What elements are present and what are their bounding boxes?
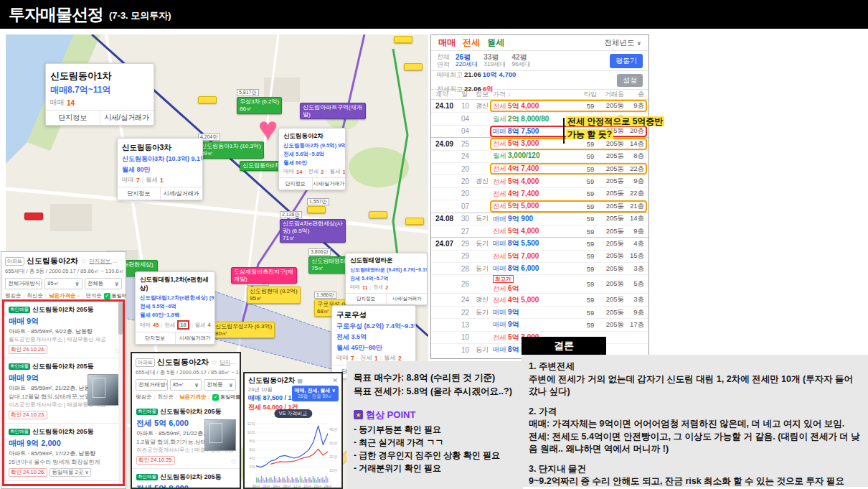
complex-info-card[interactable]: 신도림태영타운신도림태영타운 (9.4억) 8.7억~9.1억전세 5.4억~5…	[345, 253, 428, 305]
verified-badge: 확인매물	[136, 474, 158, 480]
vs-compare-button[interactable]: VS 가격비교	[274, 409, 312, 418]
favorite-star-icon[interactable]: ☆	[230, 457, 237, 465]
map-marker[interactable]	[369, 211, 387, 218]
complex-info-card[interactable]: 신도림대림1,2차(e편한세상)신도림대림1,2차(e편한세상) (9.4억)전…	[135, 271, 215, 345]
price-history-button[interactable]: 시세/실거래가	[175, 332, 215, 344]
complex-info-card[interactable]: 신도림동아2차신도림동아2차 (9.5억) 9억~10.2억전세 5.6억~5.…	[278, 128, 346, 190]
filter-area[interactable]: 85㎡∨	[170, 379, 202, 391]
duplicate-listings-chip[interactable]: 동일매물 2곳 ∨	[49, 468, 90, 477]
map-marker-label[interactable]	[394, 36, 412, 43]
scrollbar[interactable]	[118, 302, 123, 484]
filter-dong[interactable]: 전체동∨	[85, 278, 122, 289]
map-marker[interactable]: 4,204만신도림동아1차 (10.3억) 89㎡	[198, 134, 264, 159]
complex-counts: 매매45|전세10|월세4	[136, 320, 214, 330]
sort-price-header[interactable]: 가격 ↓	[493, 90, 582, 99]
filter-area[interactable]: 85㎡∨	[44, 278, 82, 289]
contract-info: 등기	[476, 264, 493, 274]
complex-info-link[interactable]: 단지정보 더보기 >	[220, 359, 236, 366]
complex-meta: 655세대 / 총 5동 / 2000.05.17 / 85.86㎡ ~ 139…	[1, 268, 126, 278]
map-marker-label[interactable]: 신도림현대 (9.2억) 95㎡	[247, 287, 301, 303]
complex-info-button[interactable]: 단지정보	[136, 332, 175, 344]
listing-item[interactable]: 확인매물신도림동아2차 205동매매 9억 2,000아파트 · 85/59m²…	[4, 424, 123, 481]
bundle-toggle[interactable]: ✓동일매물 묶기	[212, 393, 241, 401]
compare-button[interactable]: 평동기	[610, 54, 643, 68]
sort-newest[interactable]: 최신순	[157, 393, 174, 401]
complex-info-card[interactable]: 신도림동아1차매매8.7억~11억매매14단지정보시세/실거래가	[45, 63, 154, 126]
count-label: 매매	[350, 284, 360, 291]
complex-info-button[interactable]: 단지정보	[279, 178, 312, 190]
grid-icon[interactable]: ▦	[298, 378, 303, 384]
map-marker[interactable]: 도심재정비촉진지구(재개발)	[231, 267, 297, 284]
listing-item[interactable]: 확인매물신도림동아2차 205동전세 5억 8,000아파트 · 85/59m²…	[132, 469, 240, 489]
complex-info-button[interactable]: 단지정보	[46, 111, 100, 125]
chevron-down-icon: ∨	[194, 382, 199, 388]
map-marker-label[interactable]: 신도림우성2차 (6.3억) 80㎡	[212, 322, 275, 338]
complex-info-button[interactable]: 단지정보	[346, 294, 386, 304]
svg-text:2억: 2억	[249, 465, 255, 469]
count-label: 매매	[50, 98, 65, 108]
map-marker-label[interactable]	[307, 206, 326, 213]
count-label: 전세	[308, 168, 319, 175]
verified-badge: 확인매물	[136, 409, 158, 415]
map-marker[interactable]	[405, 218, 424, 225]
map-marker-label[interactable]	[198, 96, 217, 103]
unit-type: 59	[582, 140, 598, 148]
sort-low-price[interactable]: 낮은가격순 ↓	[49, 292, 80, 299]
bundle-toggle[interactable]: ✓동일매물 묶기	[104, 292, 126, 299]
map-marker-label[interactable]: 신도림4차e편한세상(사랑) (6.5억) 71㎡	[280, 219, 346, 243]
map-marker[interactable]: 1,557만	[307, 198, 329, 213]
sort-area[interactable]: 면적순	[85, 292, 102, 299]
price-history-button[interactable]: 시세/실거래가	[386, 294, 427, 304]
map-marker[interactable]: 신도림아파트구역(재개발)	[300, 103, 366, 119]
favorite-star-icon[interactable]: ☆	[80, 257, 87, 265]
tab-wolse[interactable]: 월세	[487, 37, 504, 49]
listing-item[interactable]: 확인매물신도림동아2차 205동매매 9억아파트 · 85/59m², 9/22…	[4, 302, 123, 358]
price-history-button[interactable]: 시세/실거래가	[160, 187, 203, 200]
sort-low-price[interactable]: 낮은가격순 ↓	[179, 393, 210, 401]
complex-info-link[interactable]: 단지정보 더보기 >	[89, 258, 122, 265]
map-marker[interactable]: 2,128만신도림4차e편한세상(사랑) (6.5억) 71㎡	[280, 211, 346, 243]
map-marker[interactable]: 신도림우성2차 (6.3억) 80㎡	[212, 322, 275, 338]
filter-dong[interactable]: 전체동∨	[204, 379, 236, 391]
series-selector[interactable]: 매매, 전세, 월세 ∨ 26평 · 전용 59㎡	[292, 386, 339, 401]
verified-badge: 확인매물	[9, 363, 30, 370]
listing-footer: 확인 24.10.26.동일매물 2곳 ∨	[9, 468, 113, 477]
max-price-badge: 최고가	[493, 275, 514, 283]
filter-trade-type[interactable]: 전체거래방식∨	[136, 379, 168, 391]
map-marker-label[interactable]	[404, 63, 423, 70]
map-marker-label[interactable]	[24, 213, 43, 220]
tab-jeonse[interactable]: 전세	[463, 37, 480, 49]
map-marker[interactable]	[24, 213, 43, 220]
map-marker-label[interactable]: 신도림동아1차 (10.3억) 89㎡	[198, 141, 264, 158]
map-marker-label[interactable]: 신도림아파트구역(재개발)	[300, 103, 366, 119]
chevron-down-icon: ∨	[40, 281, 42, 287]
unit-type: 59	[582, 321, 598, 329]
contract-day: 10	[461, 346, 476, 354]
sort-ranking[interactable]: 랭킹순	[5, 292, 22, 299]
listing-item[interactable]: 확인매물신도림동아2차 205동매매 9억아파트 · 85/59m², 21/2…	[4, 358, 123, 424]
map-marker-label[interactable]: 도심재정비촉진지구(재개발)	[231, 267, 297, 284]
floor: 9층	[624, 101, 644, 111]
map-marker-label[interactable]	[369, 211, 387, 218]
sort-newest[interactable]: 최신순	[27, 292, 43, 299]
price-history-button[interactable]: 시세/실거래가	[312, 178, 346, 190]
complex-info-button[interactable]: 단지정보	[118, 187, 160, 200]
contract-info: 등기	[476, 308, 493, 317]
map-marker[interactable]	[394, 36, 412, 43]
filter-trade-type[interactable]: 전체거래방식∨	[5, 278, 42, 289]
listing-item[interactable]: 확인매물신도림동아2차 205동전세 5억 6,000아파트 · 85/59m²…	[132, 404, 240, 469]
year-filter-dropdown[interactable]: 전체년도 ∨	[605, 38, 641, 48]
settings-button[interactable]: 설정	[617, 74, 643, 87]
close-icon[interactable]: ✕	[332, 377, 338, 384]
chevron-down-icon: ∨	[637, 40, 642, 47]
sort-ranking[interactable]: 랭킹순	[136, 393, 152, 401]
favorite-star-icon[interactable]: ☆	[211, 358, 217, 366]
trade-row: 24.0830등기매매9억 90059205동14층	[431, 213, 648, 225]
map-marker[interactable]	[404, 63, 423, 70]
complex-info-card[interactable]: 신도림동아3차신도림동아3차 (10.3억) 9.1억~10.3억월세 80만매…	[117, 138, 203, 200]
tab-maemae[interactable]: 매매	[438, 37, 456, 49]
map-marker[interactable]	[198, 96, 217, 103]
price-history-button[interactable]: 시세/실거래가	[100, 111, 154, 125]
listing-item[interactable]: 확인매물신도림동아2차 205동매매 9억 2,000아파트 · 85/59m²…	[4, 481, 123, 486]
map-marker-label[interactable]	[405, 218, 424, 225]
